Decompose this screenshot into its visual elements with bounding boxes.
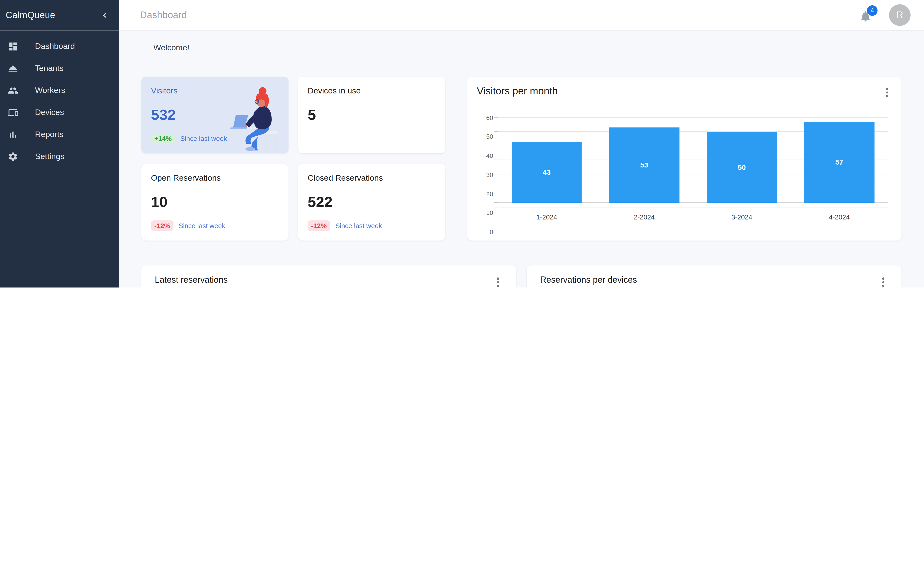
open-reservations-card: Open Reservations 10 -12% Since last wee… — [141, 164, 289, 241]
visitors-card: Visitors 532 +14% Since last week — [141, 77, 289, 153]
closed-reservations-delta-note: Since last week — [335, 222, 382, 230]
topbar: Dashboard 4 R — [119, 0, 924, 31]
bar-1-2024: 43 — [511, 141, 582, 202]
bar-chart-x-axis: 1-20242-20243-20244-2024 — [498, 213, 888, 221]
notification-badge: 4 — [867, 5, 878, 16]
closed-reservations-card: Closed Reservations 522 -12% Since last … — [298, 164, 445, 241]
latest-reservations-card: Latest reservations TenantDeviceTimeWhen… — [141, 265, 516, 288]
workers-icon — [8, 85, 18, 96]
x-axis-tick-label: 1-2024 — [498, 213, 595, 221]
visitors-delta-badge: +14% — [151, 133, 175, 144]
page: CalmQueue DashboardTenantsWorkersDevices… — [0, 0, 924, 288]
sidebar-item-devices[interactable]: Devices — [0, 102, 119, 124]
open-reservations-value: 10 — [151, 194, 279, 211]
x-axis-tick-label: 3-2024 — [693, 213, 791, 221]
bar-chart-plot: 43535057 — [498, 118, 888, 202]
sidebar-item-label: Settings — [35, 152, 65, 162]
devices-in-use-title: Devices in use — [308, 86, 436, 96]
page-title: Dashboard — [140, 10, 859, 21]
devices-in-use-card: Devices in use 5 — [298, 77, 445, 153]
visitors-chart-title: Visitors per month — [477, 85, 882, 97]
reports-icon — [8, 129, 18, 140]
dashboard-icon — [8, 41, 18, 52]
visitors-illustration — [222, 85, 286, 151]
content: Welcome! Visitors 532 +14% Since last we… — [119, 31, 924, 288]
bar-value-label: 57 — [835, 158, 843, 166]
chart-menu-kebab-icon[interactable] — [882, 85, 892, 98]
x-axis-tick-label: 2-2024 — [595, 213, 693, 221]
sidebar-item-workers[interactable]: Workers — [0, 79, 119, 102]
bar-4-2024: 57 — [804, 122, 875, 202]
sidebar-item-label: Workers — [35, 86, 65, 95]
avatar[interactable]: R — [889, 4, 911, 26]
y-axis-tick-label: 10 — [486, 210, 493, 217]
tenants-icon — [8, 63, 18, 74]
sidebar-item-label: Tenants — [35, 64, 64, 73]
sidebar-item-label: Dashboard — [35, 42, 75, 51]
reservations-per-devices-card: Reservations per devices 25.6%32.0%23.8%… — [527, 265, 902, 288]
sidebar-item-label: Reports — [35, 130, 64, 140]
devices-menu-kebab-icon[interactable] — [878, 275, 888, 288]
sidebar-item-label: Devices — [35, 108, 64, 118]
sidebar-nav: DashboardTenantsWorkersDevicesReportsSet… — [0, 31, 119, 168]
top-row: Visitors 532 +14% Since last week — [141, 77, 902, 241]
sidebar: CalmQueue DashboardTenantsWorkersDevices… — [0, 0, 119, 288]
chevron-left-icon — [101, 11, 109, 19]
notifications-button[interactable]: 4 — [859, 8, 874, 22]
bar-2-2024: 53 — [609, 127, 680, 202]
closed-reservations-delta-badge: -12% — [308, 221, 330, 231]
y-axis-tick-label: 0 — [490, 228, 493, 235]
sidebar-item-reports[interactable]: Reports — [0, 124, 119, 146]
y-axis-tick-label: 60 — [486, 114, 493, 121]
sidebar-item-dashboard[interactable]: Dashboard — [0, 35, 119, 57]
visitors-bar-chart: 0102030405060 43535057 1-20242-20243-202… — [477, 118, 892, 232]
visitors-delta-note: Since last week — [180, 135, 227, 142]
devices-in-use-value: 5 — [308, 106, 436, 124]
stat-cards: Visitors 532 +14% Since last week — [141, 77, 445, 241]
reservations-menu-kebab-icon[interactable] — [493, 275, 503, 288]
app-window: CalmQueue DashboardTenantsWorkersDevices… — [0, 0, 924, 288]
main-area: Dashboard 4 R Welcome! Visitors 532 — [119, 0, 924, 288]
x-axis-tick-label: 4-2024 — [791, 213, 888, 221]
sidebar-item-tenants[interactable]: Tenants — [0, 57, 119, 79]
open-reservations-title: Open Reservations — [151, 173, 279, 183]
sidebar-collapse-button[interactable] — [99, 9, 111, 21]
bar-3-2024: 50 — [706, 132, 777, 202]
bar-value-label: 53 — [640, 161, 648, 169]
bar-value-label: 50 — [738, 163, 746, 171]
reservations-per-devices-title: Reservations per devices — [540, 275, 878, 285]
app-logo: CalmQueue — [6, 10, 55, 21]
closed-reservations-value: 522 — [308, 194, 436, 211]
y-axis-tick-label: 30 — [486, 171, 493, 178]
visitors-per-month-card: Visitors per month 0102030405060 4353505… — [467, 77, 902, 241]
sidebar-header: CalmQueue — [0, 0, 119, 31]
bar-chart-y-axis: 0102030405060 — [477, 118, 498, 232]
bar-value-label: 43 — [543, 168, 551, 176]
closed-reservations-title: Closed Reservations — [308, 173, 436, 183]
settings-icon — [8, 151, 18, 162]
open-reservations-delta-badge: -12% — [151, 221, 173, 231]
open-reservations-delta-note: Since last week — [178, 222, 225, 230]
y-axis-tick-label: 40 — [486, 152, 493, 159]
sidebar-item-settings[interactable]: Settings — [0, 146, 119, 168]
y-axis-tick-label: 20 — [486, 190, 493, 197]
y-axis-tick-label: 50 — [486, 133, 493, 140]
bottom-row: Latest reservations TenantDeviceTimeWhen… — [141, 265, 902, 288]
welcome-divider — [141, 60, 902, 60]
devices-icon — [8, 107, 18, 118]
latest-reservations-title: Latest reservations — [155, 275, 493, 285]
welcome-text: Welcome! — [153, 31, 902, 53]
